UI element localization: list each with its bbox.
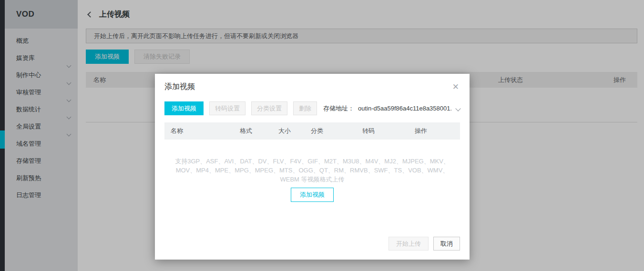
modal-header: 添加视频 ✕ [155, 74, 470, 92]
category-settings-button[interactable]: 分类设置 [251, 101, 287, 115]
column-category: 分类 [311, 127, 362, 135]
delete-button[interactable]: 删除 [293, 101, 317, 115]
modal-footer: 开始上传 取消 [388, 237, 460, 251]
start-upload-button[interactable]: 开始上传 [388, 237, 429, 251]
column-size: 大小 [278, 127, 311, 135]
column-operation: 操作 [415, 127, 460, 135]
column-format: 格式 [240, 127, 278, 135]
column-transcode: 转码 [362, 127, 415, 135]
add-video-outline-button[interactable]: 添加视频 [291, 188, 334, 202]
close-icon[interactable]: ✕ [451, 82, 460, 92]
modal-table-header: 名称 格式 大小 分类 转码 操作 [164, 122, 460, 140]
modal-title: 添加视频 [164, 82, 195, 92]
modal-toolbar: 添加视频 转码设置 分类设置 删除 存储地址： outin-d5aa59f86a… [155, 101, 470, 115]
supported-formats-hint: 支持3GP、ASF、AVI、DAT、DV、FLV、F4V、GIF、M2T、M3U… [168, 157, 456, 184]
storage-address-label: 存储地址： [323, 104, 354, 113]
column-name: 名称 [164, 127, 240, 135]
add-video-modal: 添加视频 ✕ 添加视频 转码设置 分类设置 删除 存储地址： outin-d5a… [155, 74, 470, 260]
chevron-down-icon [456, 107, 460, 110]
modal-add-video-button[interactable]: 添加视频 [164, 101, 204, 115]
storage-address-dropdown[interactable]: 存储地址： outin-d5aa59f86a4c11e8a358001... [323, 104, 460, 113]
cancel-button[interactable]: 取消 [433, 237, 460, 251]
storage-address-value: outin-d5aa59f86a4c11e8a358001... [358, 105, 451, 112]
transcode-settings-button[interactable]: 转码设置 [209, 101, 245, 115]
